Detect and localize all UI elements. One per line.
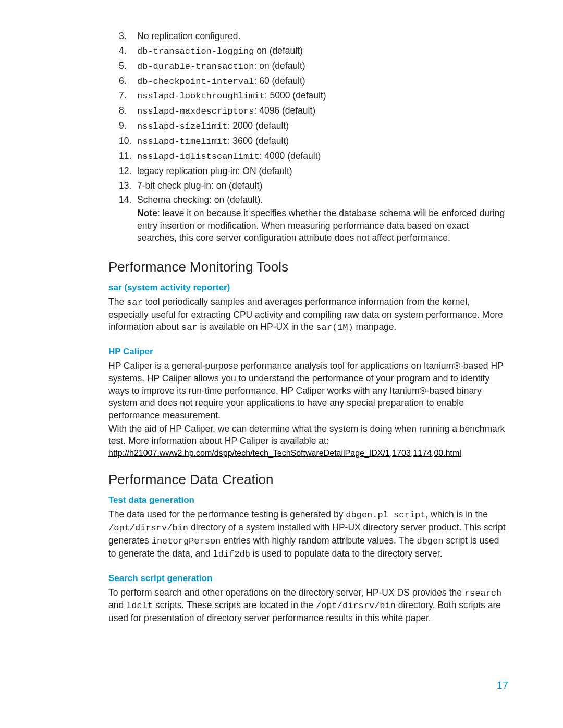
list-item: 6.db-checkpoint-interval: 60 (default) — [108, 75, 508, 88]
list-number: 12. — [119, 165, 131, 178]
list-number: 8. — [119, 105, 127, 117]
code-text: ldif2db — [213, 549, 250, 559]
list-text: on (default) — [254, 45, 302, 56]
code-text: db-checkpoint-interval — [137, 77, 254, 87]
list-text: : 4096 (default) — [254, 105, 315, 116]
list-text: : 2000 (default) — [227, 120, 289, 131]
code-text: db-durable-transaction — [137, 61, 254, 71]
list-item: 10.nsslapd-timelimit: 3600 (default) — [108, 135, 508, 148]
heading-caliper: HP Caliper — [108, 347, 508, 357]
code-text: nsslapd-sizelimit — [137, 121, 227, 131]
note-text: : leave it on because it specifies wheth… — [137, 208, 505, 243]
list-number: 11. — [119, 150, 131, 163]
list-text: Schema checking: on (default). — [137, 194, 263, 205]
config-list: 3.No replication configured. 4.db-transa… — [108, 30, 508, 244]
note-block: Note: leave it on because it specifies w… — [137, 207, 508, 244]
list-item: 14.Schema checking: on (default). Note: … — [108, 194, 508, 244]
paragraph: With the aid of HP Caliper, we can deter… — [108, 423, 508, 448]
list-text: : 60 (default) — [254, 76, 305, 86]
caliper-link[interactable]: http://h21007.www2.hp.com/dspp/tech/tech… — [108, 449, 461, 458]
code-text: dbgen — [417, 536, 443, 546]
paragraph: To perform search and other operations o… — [108, 587, 508, 625]
list-item: 8.nsslapd-maxdescriptors: 4096 (default) — [108, 105, 508, 118]
list-number: 5. — [119, 60, 127, 72]
code-text: ldclt — [126, 601, 153, 611]
code-text: sar — [181, 323, 198, 332]
section-creation: Performance Data Creation Test data gene… — [108, 472, 508, 625]
heading-search: Search script generation — [108, 573, 508, 584]
list-number: 3. — [119, 30, 127, 43]
heading-monitoring: Performance Monitoring Tools — [108, 259, 508, 275]
subsection-caliper: HP Caliper HP Caliper is a general-purpo… — [108, 347, 508, 458]
heading-creation: Performance Data Creation — [108, 472, 508, 488]
list-text: : 3600 (default) — [227, 135, 289, 146]
list-text: : 5000 (default) — [265, 90, 326, 101]
code-text: /opt/dirsrv/bin — [108, 523, 188, 533]
code-text: db-transaction-logging — [137, 46, 254, 56]
page-number: 17 — [497, 680, 508, 692]
list-item: 12.legacy replication plug-in: ON (defau… — [108, 165, 508, 178]
heading-sar: sar (system activity reporter) — [108, 282, 508, 293]
code-text: nsslapd-lookthroughlimit — [137, 91, 265, 101]
code-text: /opt/dirsrv/bin — [316, 601, 396, 611]
list-number: 10. — [119, 135, 131, 147]
code-text: sar(1M) — [316, 323, 353, 332]
code-text: dbgen.pl script — [346, 510, 425, 520]
list-number: 7. — [119, 90, 127, 102]
list-item: 4.db-transaction-logging on (default) — [108, 45, 508, 58]
list-text: legacy replication plug-in: ON (default) — [137, 166, 292, 176]
paragraph: The sar tool periodically samples and av… — [108, 296, 508, 335]
code-text: sar — [127, 298, 143, 307]
code-text: nsslapd-maxdescriptors — [137, 106, 254, 116]
list-number: 14. — [119, 194, 131, 206]
list-number: 13. — [119, 180, 131, 192]
list-item: 11.nsslapd-idlistscanlimit: 4000 (defaul… — [108, 150, 508, 163]
code-text: nsslapd-timelimit — [137, 137, 227, 146]
code-text: rsearch — [464, 588, 501, 598]
paragraph: HP Caliper is a general-purpose performa… — [108, 360, 508, 422]
list-item: 7.nsslapd-lookthroughlimit: 5000 (defaul… — [108, 90, 508, 103]
list-item: 5.db-durable-transaction: on (default) — [108, 60, 508, 73]
code-text: nsslapd-idlistscanlimit — [137, 152, 260, 162]
section-monitoring: Performance Monitoring Tools sar (system… — [108, 259, 508, 458]
list-number: 9. — [119, 120, 127, 132]
subsection-testdata: Test data generation The data used for t… — [108, 495, 508, 561]
list-number: 6. — [119, 75, 127, 88]
list-text: : 4000 (default) — [260, 151, 321, 161]
subsection-search: Search script generation To perform sear… — [108, 573, 508, 625]
list-text: : on (default) — [254, 60, 305, 71]
list-item: 13.7-bit check plug-in: on (default) — [108, 180, 508, 192]
heading-testdata: Test data generation — [108, 495, 508, 505]
subsection-sar: sar (system activity reporter) The sar t… — [108, 282, 508, 335]
list-text: No replication configured. — [137, 31, 240, 41]
note-label: Note — [137, 208, 157, 218]
paragraph: The data used for the performance testin… — [108, 509, 508, 561]
list-item: 3.No replication configured. — [108, 30, 508, 43]
list-item: 9.nsslapd-sizelimit: 2000 (default) — [108, 120, 508, 133]
list-text: 7-bit check plug-in: on (default) — [137, 180, 262, 191]
list-number: 4. — [119, 45, 127, 57]
code-text: inetorgPerson — [152, 536, 221, 546]
document-page: 3.No replication configured. 4.db-transa… — [0, 0, 563, 728]
